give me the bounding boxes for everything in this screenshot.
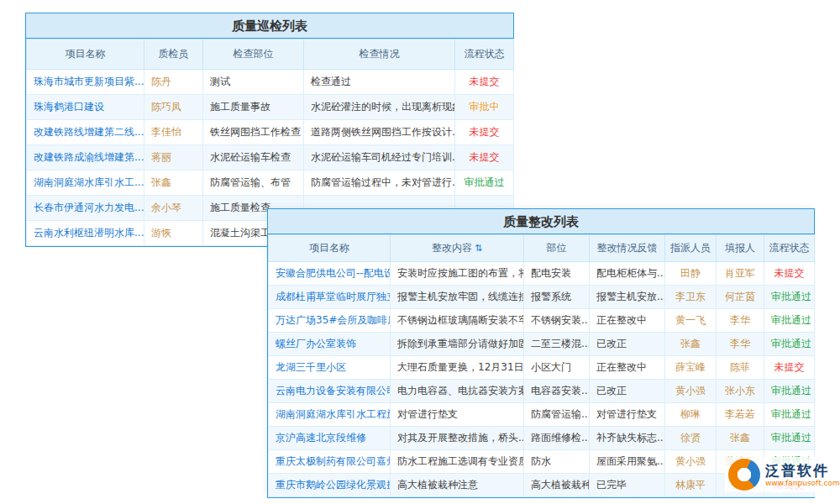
column-header-status: 流程状态 bbox=[455, 39, 514, 70]
project-link[interactable]: 改建铁路成渝线增建第... bbox=[27, 145, 144, 171]
cell: 已改正 bbox=[590, 333, 665, 356]
project-link[interactable]: 云南水利枢纽潜明水库... bbox=[27, 221, 144, 246]
person-name: 田静 bbox=[665, 262, 717, 286]
project-link[interactable]: 云南电力设备安装有限公司20... bbox=[269, 380, 391, 403]
column-header-part: 检查部位 bbox=[203, 39, 304, 70]
cell: 检查通过 bbox=[304, 70, 455, 95]
person-name: 李卫东 bbox=[665, 286, 717, 309]
table-row: 云南电力设备安装有限公司20...电力电容器、电抗器安装方案,...电容器安装.… bbox=[269, 380, 815, 403]
sort-icon[interactable]: ⇅ bbox=[475, 243, 482, 254]
person-name: 蒋丽 bbox=[144, 145, 203, 171]
project-link[interactable]: 改建铁路线增建第二线... bbox=[27, 120, 144, 145]
person-name: 李华 bbox=[717, 333, 764, 356]
cell: 正在整改中 bbox=[590, 356, 665, 380]
person-name: 柳琳 bbox=[665, 403, 717, 427]
person-name: 张鑫 bbox=[717, 427, 764, 450]
project-link[interactable]: 成都杜甫草堂临时展厅独立展... bbox=[269, 286, 391, 309]
person-name: 余小琴 bbox=[144, 196, 203, 221]
cell: 配电安装 bbox=[524, 262, 590, 286]
cell: 防水 bbox=[524, 450, 590, 474]
cell: 配电柜柜体与... bbox=[590, 262, 665, 286]
cell: 电容器安装... bbox=[524, 380, 590, 403]
project-link[interactable]: 湖南洞庭湖水库引水工... bbox=[27, 171, 144, 196]
column-header-project: 项目名称 bbox=[27, 39, 144, 70]
cell: 测试 bbox=[203, 70, 304, 95]
status-badge: 审批通过 bbox=[764, 333, 815, 356]
project-link[interactable]: 长春市伊通河水力发电... bbox=[27, 196, 144, 221]
project-link[interactable]: 重庆太极制药有限公司嘉州中... bbox=[269, 450, 391, 474]
status-badge: 审批通过 bbox=[455, 171, 514, 196]
inspection-list-title: 质量巡检列表 bbox=[26, 13, 513, 39]
status-badge: 审批通过 bbox=[764, 403, 815, 427]
status-badge: 审批通过 bbox=[764, 427, 815, 450]
cell: 补齐缺失标志... bbox=[590, 427, 665, 450]
column-header-situation: 检查情况 bbox=[304, 39, 455, 70]
person-name: 何芷茵 bbox=[717, 286, 764, 309]
column-header-part: 部位 bbox=[524, 235, 590, 262]
person-name: 李佳怡 bbox=[144, 120, 203, 145]
project-link[interactable]: 湖南洞庭湖水库引水工程施工... bbox=[269, 403, 391, 427]
project-link[interactable]: 螺丝厂办公室装饰 bbox=[269, 333, 391, 356]
logo-url-link[interactable]: www.fanpusoft.com bbox=[765, 479, 840, 488]
column-header-assignee: 指派人员 bbox=[665, 235, 717, 262]
status-badge: 未提交 bbox=[455, 70, 514, 95]
cell: 防水工程施工选调有专业资质... bbox=[391, 450, 524, 474]
person-name: 薛宝峰 bbox=[665, 356, 717, 380]
status-badge: 审批通过 bbox=[764, 380, 815, 403]
column-header-inspector: 质检员 bbox=[144, 39, 203, 70]
cell: 高大植被栽种注意 bbox=[391, 474, 524, 497]
person-name: 陈菲 bbox=[717, 356, 764, 380]
cell: 防腐管运输过程中，未对管进行... bbox=[304, 171, 455, 196]
table-row: 改建铁路成渝线增建第...蒋丽水泥砼运输车检查水泥砼运输车司机经过专门培训...… bbox=[27, 145, 514, 171]
project-link[interactable]: 万达广场35#会所及咖啡厅空... bbox=[269, 309, 391, 333]
rectification-list-title: 质量整改列表 bbox=[268, 209, 814, 234]
person-name: 陈巧凤 bbox=[144, 95, 203, 120]
column-header-content[interactable]: 整改内容⇅ bbox=[391, 235, 524, 262]
fanpu-logo: 泛普软件 www.fanpusoft.com bbox=[725, 457, 840, 492]
column-header-feedback: 整改情况反馈 bbox=[590, 235, 665, 262]
person-name: 李华 bbox=[717, 309, 764, 333]
cell: 正在整改中 bbox=[590, 309, 665, 333]
table-row: 成都杜甫草堂临时展厅独立展...报警主机安放牢固，线缆连接...报警系统报警主机… bbox=[269, 286, 815, 309]
project-link[interactable]: 龙湖三千里小区 bbox=[269, 356, 391, 380]
person-name: 李若若 bbox=[717, 403, 764, 427]
cell: 已改正 bbox=[590, 380, 665, 403]
fanpu-logo-text: 泛普软件 www.fanpusoft.com bbox=[765, 462, 840, 488]
logo-name: 泛普软件 bbox=[765, 462, 840, 479]
cell: 报警主机安放牢固，线缆连接... bbox=[391, 286, 524, 309]
column-header-project: 项目名称 bbox=[269, 235, 391, 262]
project-link[interactable]: 京沪高速北京段维修 bbox=[269, 427, 391, 450]
person-name: 陈丹 bbox=[144, 70, 203, 95]
status-badge: 审批通过 bbox=[764, 286, 815, 309]
cell: 铁丝网围挡工作检查 bbox=[203, 120, 304, 145]
project-link[interactable]: 安徽合肥供电公司--配电设备... bbox=[269, 262, 391, 286]
person-name: 张鑫 bbox=[144, 171, 203, 196]
table-row: 湖南洞庭湖水库引水工...张鑫防腐管运输、布管防腐管运输过程中，未对管进行...… bbox=[27, 171, 514, 196]
person-name: 肖亚军 bbox=[717, 262, 764, 286]
project-link[interactable]: 珠海市城市更新项目紫... bbox=[27, 70, 144, 95]
header-row: 项目名称质检员检查部位检查情况流程状态 bbox=[27, 39, 514, 70]
table-row: 改建铁路线增建第二线...李佳怡铁丝网围挡工作检查道路两侧铁丝网围挡工作按设计.… bbox=[27, 120, 514, 145]
status-badge: 未提交 bbox=[764, 262, 815, 286]
table-row: 珠海鹤港口建设陈巧凤施工质量事故水泥砼灌注的时候，出现离析现象审批中 bbox=[27, 95, 514, 120]
table-row: 螺丝厂办公室装饰拆除到承重墙部分请做好加固...二至三楼混...已改正张鑫李华审… bbox=[269, 333, 815, 356]
person-name: 游恢 bbox=[144, 221, 203, 246]
cell: 防腐管运输、布管 bbox=[203, 171, 304, 196]
cell: 高大植被栽种 bbox=[524, 474, 590, 497]
fanpu-logo-icon bbox=[728, 459, 760, 491]
cell: 二至三楼混... bbox=[524, 333, 590, 356]
cell: 水泥砼运输车司机经过专门培训... bbox=[304, 145, 455, 171]
person-name: 黄一飞 bbox=[665, 309, 717, 333]
column-header-status: 流程状态 bbox=[764, 235, 815, 262]
cell: 电力电容器、电抗器安装方案,... bbox=[391, 380, 524, 403]
person-name: 林康平 bbox=[665, 474, 717, 497]
cell: 对管进行垫支 bbox=[391, 403, 524, 427]
cell: 对其及开展整改措施，桥头... bbox=[391, 427, 524, 450]
person-name: 黄小强 bbox=[665, 450, 717, 474]
project-link[interactable]: 珠海鹤港口建设 bbox=[27, 95, 144, 120]
cell: 小区大门 bbox=[524, 356, 590, 380]
cell: 不锈钢边框玻璃隔断安装不牢... bbox=[391, 309, 524, 333]
project-link[interactable]: 重庆市鹅岭公园绿化景观提升... bbox=[269, 474, 391, 497]
cell: 报警系统 bbox=[524, 286, 590, 309]
table-row: 万达广场35#会所及咖啡厅空...不锈钢边框玻璃隔断安装不牢...不锈钢安装..… bbox=[269, 309, 815, 333]
